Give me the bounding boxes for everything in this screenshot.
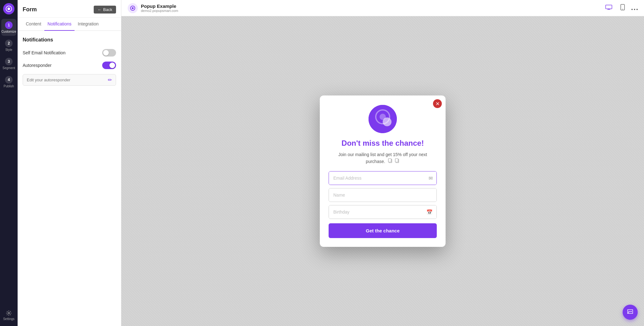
panel: Form ← Back Content Notifications Integr… bbox=[18, 0, 121, 326]
sidebar-item-segment[interactable]: 3 Segment bbox=[1, 55, 16, 72]
desktop-view-button[interactable] bbox=[604, 3, 614, 13]
popup-form: ✉ 📅 Get the chance bbox=[329, 171, 437, 238]
sidebar-step-1: 1 bbox=[5, 21, 13, 29]
sidebar-step-4: 4 bbox=[5, 76, 13, 84]
svg-point-7 bbox=[622, 9, 623, 9]
popup-subtext: Join our mailing list and get 15% off yo… bbox=[329, 151, 437, 165]
svg-point-4 bbox=[132, 7, 134, 9]
autoresponder-slider bbox=[102, 62, 116, 69]
sidebar-item-customize[interactable]: 1 Customize bbox=[1, 19, 16, 36]
mobile-view-button[interactable] bbox=[618, 3, 628, 13]
app-icon bbox=[128, 3, 138, 13]
section-title: Notifications bbox=[23, 37, 116, 43]
panel-tabs: Content Notifications Integration bbox=[18, 18, 121, 31]
chat-bubble[interactable] bbox=[623, 305, 638, 320]
copy-icons bbox=[388, 159, 400, 164]
autoresponder-input[interactable] bbox=[27, 78, 105, 82]
canvas-toolbar: Popup Example demo2.popupsmart.com bbox=[121, 0, 644, 16]
back-label: Back bbox=[103, 7, 112, 12]
svg-point-8 bbox=[631, 9, 633, 10]
popup-heading: Don't miss the chance! bbox=[329, 138, 437, 148]
sidebar-step-3: 3 bbox=[5, 58, 13, 65]
calendar-icon: 📅 bbox=[426, 209, 433, 215]
autoresponder-toggle[interactable] bbox=[102, 62, 116, 69]
birthday-input[interactable] bbox=[329, 205, 436, 219]
email-input[interactable] bbox=[329, 171, 436, 185]
canvas-body: ✕ Don't miss the chance! Join o bbox=[121, 16, 644, 326]
sidebar-label-customize: Customize bbox=[1, 30, 16, 33]
sidebar-label-publish: Publish bbox=[4, 84, 14, 88]
more-options-button[interactable] bbox=[631, 4, 638, 12]
svg-point-20 bbox=[630, 311, 631, 312]
sidebar-step-2: 2 bbox=[5, 40, 13, 47]
svg-point-2 bbox=[8, 312, 10, 314]
sidebar-label-segment: Segment bbox=[3, 66, 15, 70]
svg-rect-5 bbox=[606, 5, 612, 9]
svg-point-19 bbox=[629, 311, 630, 312]
tab-integration[interactable]: Integration bbox=[75, 18, 102, 31]
svg-point-21 bbox=[631, 311, 632, 312]
autoresponder-input-row: ✏ bbox=[23, 74, 116, 86]
svg-point-9 bbox=[634, 9, 635, 10]
self-email-row: Self Email Notification bbox=[23, 49, 116, 57]
svg-point-14 bbox=[380, 114, 386, 120]
popup-logo-wrap bbox=[329, 105, 437, 133]
panel-content: Notifications Self Email Notification Au… bbox=[18, 31, 121, 326]
self-email-toggle[interactable] bbox=[102, 49, 116, 57]
autoresponder-label: Autoresponder bbox=[23, 63, 52, 68]
app-logo[interactable] bbox=[3, 3, 14, 14]
name-input-wrap bbox=[329, 188, 437, 202]
svg-rect-18 bbox=[395, 159, 398, 162]
name-input[interactable] bbox=[329, 188, 436, 202]
panel-header: Form ← Back bbox=[18, 0, 121, 18]
svg-point-1 bbox=[8, 8, 10, 10]
edit-icon[interactable]: ✏ bbox=[108, 77, 112, 83]
popup-body: Don't miss the chance! Join our mailing … bbox=[320, 95, 446, 247]
sidebar-label-style: Style bbox=[5, 48, 12, 52]
app-name-wrap: Popup Example demo2.popupsmart.com bbox=[141, 3, 178, 13]
panel-title: Form bbox=[23, 6, 37, 13]
submit-button[interactable]: Get the chance bbox=[329, 223, 437, 238]
settings-button[interactable]: Settings bbox=[1, 308, 16, 323]
app-info: Popup Example demo2.popupsmart.com bbox=[128, 3, 178, 13]
back-arrow-icon: ← bbox=[97, 7, 102, 12]
back-button[interactable]: ← Back bbox=[94, 6, 116, 14]
autoresponder-row: Autoresponder bbox=[23, 62, 116, 69]
sidebar: 1 Customize 2 Style 3 Segment 4 Publish … bbox=[0, 0, 18, 326]
app-name: Popup Example bbox=[141, 3, 178, 9]
popup-close-icon: ✕ bbox=[436, 101, 440, 107]
app-url: demo2.popupsmart.com bbox=[141, 9, 178, 13]
popup-modal: ✕ Don't miss the chance! Join o bbox=[320, 95, 446, 247]
settings-label: Settings bbox=[3, 317, 14, 321]
birthday-input-wrap: 📅 bbox=[329, 205, 437, 219]
toolbar-actions bbox=[604, 3, 638, 13]
sidebar-item-style[interactable]: 2 Style bbox=[1, 37, 16, 54]
canvas: Popup Example demo2.popupsmart.com bbox=[121, 0, 644, 326]
popup-logo bbox=[369, 105, 397, 133]
email-icon: ✉ bbox=[429, 175, 433, 181]
self-email-label: Self Email Notification bbox=[23, 50, 65, 55]
svg-point-10 bbox=[636, 9, 638, 10]
tab-content[interactable]: Content bbox=[23, 18, 44, 31]
tab-notifications[interactable]: Notifications bbox=[44, 18, 75, 31]
sidebar-item-publish[interactable]: 4 Publish bbox=[1, 73, 16, 90]
self-email-slider bbox=[102, 49, 116, 57]
email-input-wrap: ✉ bbox=[329, 171, 437, 185]
svg-rect-16 bbox=[388, 159, 391, 162]
